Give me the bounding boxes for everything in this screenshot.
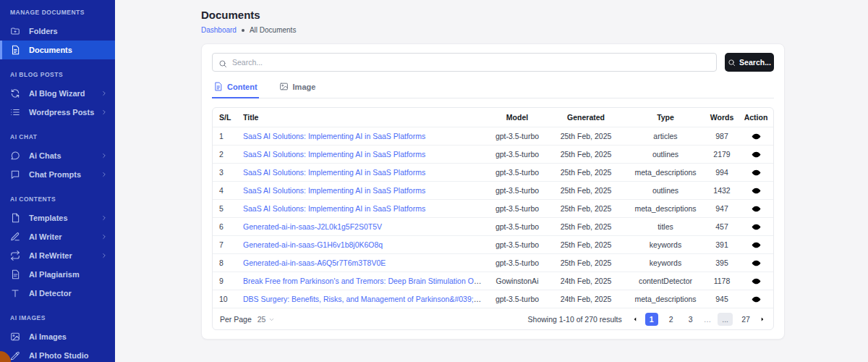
sidebar-item-label: AI Plagiarism xyxy=(29,270,108,279)
sidebar-item-label: AI ReWriter xyxy=(29,251,101,260)
view-document-button[interactable] xyxy=(752,295,761,304)
cell-words: 987 xyxy=(705,132,739,140)
sidebar-item-ai-images[interactable]: Ai Images xyxy=(0,327,115,346)
cell-action xyxy=(739,204,773,214)
cell-generated: 25th Feb, 2025 xyxy=(546,150,626,159)
tab-image[interactable]: Image xyxy=(278,82,318,98)
search-icon xyxy=(728,59,736,67)
view-document-button[interactable] xyxy=(752,150,761,159)
cell-model: gpt-3.5-turbo xyxy=(488,168,546,177)
cell-generated: 24th Feb, 2025 xyxy=(546,295,626,303)
sidebar-item-label: AI Blog Wizard xyxy=(29,89,101,98)
cell-model: gpt-3.5-turbo xyxy=(488,132,546,140)
cell-type: meta_descriptions xyxy=(626,295,705,303)
page-button-1[interactable]: 1 xyxy=(645,313,658,326)
table-row: 6Generated-ai-in-saas-J2L0k1g5F2S0T5Vgpt… xyxy=(213,217,773,235)
view-document-button[interactable] xyxy=(752,258,761,268)
document-title-link[interactable]: SaaS AI Solutions: Implementing AI in Sa… xyxy=(243,186,425,195)
document-title-link[interactable]: DBS Surgery: Benefits, Risks, and Manage… xyxy=(243,295,488,303)
page-buttons: 123…...27 xyxy=(645,313,752,326)
view-document-button[interactable] xyxy=(752,204,761,214)
cell-generated: 25th Feb, 2025 xyxy=(546,240,626,249)
tab-label: Image xyxy=(293,83,316,91)
cell-words: 945 xyxy=(705,295,739,303)
sidebar-item-ai-rewriter[interactable]: AI ReWriter xyxy=(0,246,115,265)
cell-generated: 25th Feb, 2025 xyxy=(546,186,626,195)
cell-title: SaaS AI Solutions: Implementing AI in Sa… xyxy=(243,150,488,159)
document-title-link[interactable]: SaaS AI Solutions: Implementing AI in Sa… xyxy=(243,204,425,213)
sidebar-item-ai-blog-wizard[interactable]: AI Blog Wizard xyxy=(0,84,115,103)
per-page-value: 25 xyxy=(258,315,266,324)
table-body: 1SaaS AI Solutions: Implementing AI in S… xyxy=(213,127,773,308)
sidebar-item-ai-photo-studio[interactable]: AI Photo Studio xyxy=(0,346,115,362)
search-button[interactable]: Search... xyxy=(725,53,774,72)
cell-words: 1432 xyxy=(705,186,739,195)
document-title-link[interactable]: SaaS AI Solutions: Implementing AI in Sa… xyxy=(243,150,425,159)
sidebar-item-templates[interactable]: Templates xyxy=(0,209,115,227)
cell-generated: 25th Feb, 2025 xyxy=(546,222,626,231)
table-row: 10DBS Surgery: Benefits, Risks, and Mana… xyxy=(213,290,773,308)
cell-words: 457 xyxy=(705,222,739,231)
chevron-right-icon xyxy=(101,214,108,222)
cell-type: outlines xyxy=(626,150,705,159)
sidebar-item-label: Wordpress Posts xyxy=(29,108,101,117)
cell-sl: 4 xyxy=(213,186,243,195)
tab-content[interactable]: Content xyxy=(212,82,259,98)
sidebar-section-header-ai-chat: AI CHAT xyxy=(10,133,105,140)
pagination-ellipsis: ... xyxy=(718,313,733,326)
document-title-link[interactable]: SaaS AI Solutions: Implementing AI in Sa… xyxy=(243,168,425,177)
per-page-control: Per Page 25 xyxy=(220,315,275,324)
column-header-s-l: S/L xyxy=(213,113,243,122)
sidebar-section-header-ai-images: AI IMAGES xyxy=(10,314,105,321)
document-title-link[interactable]: Generated-ai-in-saas-A6Q5r7T6m3T8V0E xyxy=(243,258,386,267)
page-button-3[interactable]: 3 xyxy=(684,313,697,326)
sidebar-item-folders[interactable]: Folders xyxy=(0,22,115,41)
image-icon xyxy=(279,82,289,91)
cell-words: 2179 xyxy=(705,150,739,159)
next-page-button[interactable] xyxy=(759,316,766,323)
cell-title: SaaS AI Solutions: Implementing AI in Sa… xyxy=(243,186,488,195)
cell-model: gpt-3.5-turbo xyxy=(488,295,546,303)
sidebar-item-ai-chats[interactable]: Ai Chats xyxy=(0,146,115,165)
cell-type: meta_descriptions xyxy=(626,168,705,177)
sidebar-item-chat-prompts[interactable]: Chat Prompts xyxy=(0,165,115,184)
sidebar-item-wordpress-posts[interactable]: Wordpress Posts xyxy=(0,103,115,122)
page-button-2[interactable]: 2 xyxy=(665,313,678,326)
previous-page-button[interactable] xyxy=(631,316,639,323)
sidebar-item-ai-plagiarism[interactable]: AI Plagiarism xyxy=(0,265,115,284)
chevron-down-icon xyxy=(268,316,275,322)
cell-sl: 1 xyxy=(213,132,243,140)
cell-generated: 24th Feb, 2025 xyxy=(546,277,626,285)
pen-icon xyxy=(10,232,20,242)
view-document-button[interactable] xyxy=(752,277,761,286)
sidebar-section-header-ai-blog-posts: AI BLOG POSTS xyxy=(10,71,105,78)
view-document-button[interactable] xyxy=(752,132,761,141)
pagination: Showing 1-10 of 270 results 123…...27 xyxy=(528,313,766,326)
view-document-button[interactable] xyxy=(752,240,761,250)
sidebar-item-documents[interactable]: Documents xyxy=(0,41,115,59)
sidebar-item-ai-writer[interactable]: AI Writer xyxy=(0,227,115,246)
view-document-button[interactable] xyxy=(752,168,761,177)
tabs: ContentImage xyxy=(212,82,774,98)
cell-generated: 25th Feb, 2025 xyxy=(546,258,626,267)
document-title-link[interactable]: SaaS AI Solutions: Implementing AI in Sa… xyxy=(243,132,425,140)
document-title-link[interactable]: Generated-ai-in-saas-J2L0k1g5F2S0T5V xyxy=(243,222,382,231)
cell-model: gpt-3.5-turbo xyxy=(488,222,546,231)
page-button-27[interactable]: 27 xyxy=(739,313,752,326)
sidebar-item-label: Templates xyxy=(29,214,101,222)
table-row: 8Generated-ai-in-saas-A6Q5r7T6m3T8V0Egpt… xyxy=(213,253,773,272)
breadcrumb-dashboard-link[interactable]: Dashboard xyxy=(201,26,237,34)
wizard-icon xyxy=(10,88,20,98)
cell-words: 994 xyxy=(705,168,739,177)
view-document-button[interactable] xyxy=(752,186,761,195)
table-row: 7Generated-ai-in-saas-G1H6v1b8j0K6O8qgpt… xyxy=(213,235,773,253)
cell-type: keywords xyxy=(626,240,705,249)
per-page-select[interactable]: 25 xyxy=(258,315,276,324)
cell-action xyxy=(739,132,773,141)
sidebar-item-ai-detector[interactable]: AI Detector xyxy=(0,284,115,303)
search-input[interactable] xyxy=(232,58,710,67)
document-title-link[interactable]: Break Free from Parkinson's and Tremors:… xyxy=(243,277,488,285)
cell-model: gpt-3.5-turbo xyxy=(488,240,546,249)
document-title-link[interactable]: Generated-ai-in-saas-G1H6v1b8j0K6O8q xyxy=(243,240,383,249)
view-document-button[interactable] xyxy=(752,222,761,232)
